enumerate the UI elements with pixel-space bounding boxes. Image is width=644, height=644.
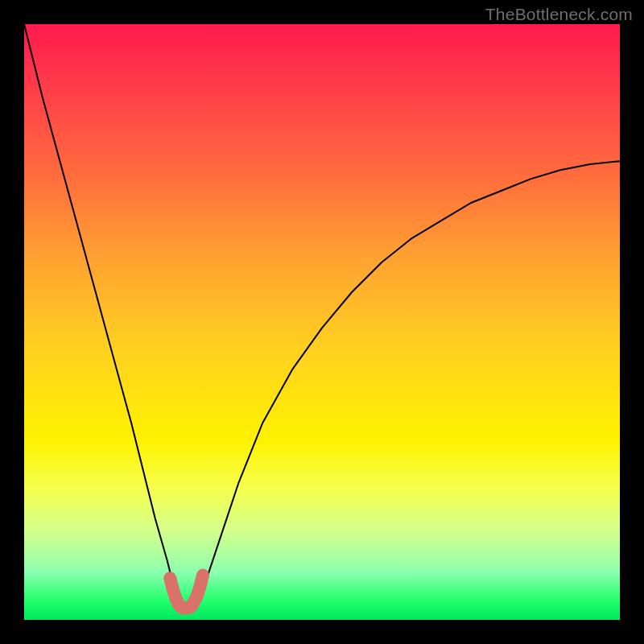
main-curve: [24, 24, 620, 608]
plot-area: [24, 24, 620, 620]
highlight-curve: [170, 576, 203, 609]
watermark-text: TheBottleneck.com: [485, 5, 633, 24]
chart-stage: TheBottleneck.com: [0, 0, 644, 644]
curve-canvas: [24, 24, 620, 620]
